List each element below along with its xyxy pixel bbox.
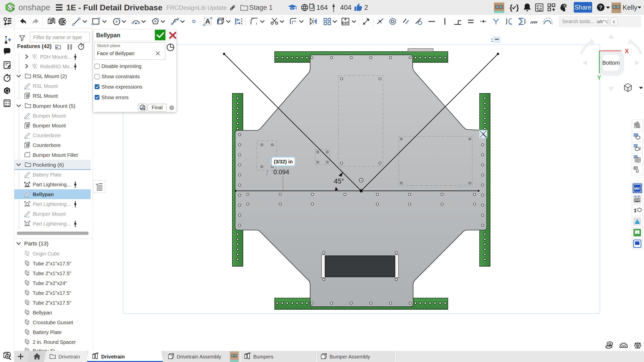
svg-text:Tube 2"x2"x24": Tube 2"x2"x24" — [33, 280, 67, 286]
svg-text:Origin Cube: Origin Cube — [33, 251, 60, 257]
svg-text:Bottom: Bottom — [602, 60, 620, 66]
svg-text:2 in. Round Spacer: 2 in. Round Spacer — [33, 339, 76, 345]
svg-text:Bumper Mount: Bumper Mount — [33, 211, 66, 217]
svg-text:{: { — [510, 3, 513, 12]
svg-text:Battery Plate: Battery Plate — [33, 172, 62, 177]
svg-text:Tube 2"x1"x17.5": Tube 2"x1"x17.5" — [33, 290, 71, 296]
svg-text:Bumper Mount (5): Bumper Mount (5) — [33, 103, 75, 109]
svg-text:0.094: 0.094 — [273, 168, 289, 175]
svg-text:Drivetrain Assembly: Drivetrain Assembly — [177, 354, 221, 359]
svg-text:Tube 2"x1"x17.5": Tube 2"x1"x17.5" — [33, 271, 71, 276]
svg-text:PDH Mounti...: PDH Mounti... — [40, 54, 71, 60]
svg-text:Disable imprinting: Disable imprinting — [101, 63, 141, 69]
svg-text:MK: MK — [634, 186, 640, 191]
svg-text:Search tools...: Search tools... — [562, 19, 594, 24]
svg-text:RSL Mount: RSL Mount — [33, 93, 58, 99]
svg-text:A: A — [205, 18, 210, 25]
svg-text:Show expressions: Show expressions — [101, 84, 142, 90]
svg-text:Battery Plate: Battery Plate — [33, 330, 62, 335]
svg-text:Sketch plane: Sketch plane — [97, 44, 120, 48]
svg-text:}: } — [516, 3, 519, 12]
svg-text:Tube 2"x1"x17.5": Tube 2"x1"x17.5" — [33, 300, 71, 306]
svg-text:Bumper Assembly: Bumper Assembly — [330, 354, 370, 359]
svg-text:DXF: DXF — [342, 21, 349, 25]
svg-text:Counterbore: Counterbore — [33, 142, 61, 148]
svg-text:Part Lightening...: Part Lightening... — [33, 182, 71, 187]
svg-text:?: ? — [171, 106, 173, 110]
svg-text:Parts (13): Parts (13) — [24, 240, 49, 247]
svg-text:Filter by name or type: Filter by name or type — [33, 34, 82, 40]
svg-text:alt/⌥: alt/⌥ — [597, 19, 609, 24]
svg-text:Part Lightening...: Part Lightening... — [33, 201, 71, 207]
svg-text:Drivetrain: Drivetrain — [101, 354, 125, 359]
svg-text:Bellypan: Bellypan — [33, 192, 54, 197]
svg-text:Y: Y — [597, 75, 601, 81]
svg-text:Counterbore: Counterbore — [33, 133, 61, 138]
svg-text:RSL Mount (2): RSL Mount (2) — [33, 73, 67, 79]
svg-text:?: ? — [599, 4, 602, 11]
svg-text:Final: Final — [152, 105, 162, 110]
svg-text:Features (42): Features (42) — [17, 43, 52, 49]
svg-text:Show errors: Show errors — [101, 95, 129, 100]
svg-text:Bellypan: Bellypan — [33, 310, 52, 315]
svg-text:Drivetrain: Drivetrain — [58, 354, 80, 359]
svg-text:Bellypan: Bellypan — [96, 32, 120, 39]
svg-text:Bumper Mount: Bumper Mount — [33, 123, 66, 128]
svg-text:c: c — [613, 19, 615, 24]
svg-text:Show constraints: Show constraints — [101, 74, 140, 79]
svg-text:x): x) — [635, 169, 639, 173]
svg-text:Bumper Mount: Bumper Mount — [33, 113, 66, 119]
svg-text:Crosstube Gusset: Crosstube Gusset — [33, 320, 73, 325]
svg-text:Battery St: Battery St — [33, 348, 55, 351]
svg-text:Bumper Mount Fillet: Bumper Mount Fillet — [33, 152, 78, 158]
svg-text:45°: 45° — [334, 177, 344, 185]
svg-text:}: } — [639, 146, 641, 150]
svg-text:Face of Bellypan: Face of Bellypan — [97, 51, 134, 56]
svg-text:Part Lightening...: Part Lightening... — [33, 221, 71, 227]
svg-text:Bumpers: Bumpers — [253, 354, 273, 359]
svg-text:Pocketing (6): Pocketing (6) — [33, 162, 64, 168]
svg-text:(3/32) in: (3/32) in — [274, 159, 293, 164]
svg-text:Tube 2"x1"x17.5": Tube 2"x1"x17.5" — [33, 261, 71, 266]
svg-text:RSL Mount: RSL Mount — [33, 83, 58, 89]
svg-text:RoboRIO Mo...: RoboRIO Mo... — [40, 64, 74, 69]
svg-text:X: X — [625, 48, 629, 54]
